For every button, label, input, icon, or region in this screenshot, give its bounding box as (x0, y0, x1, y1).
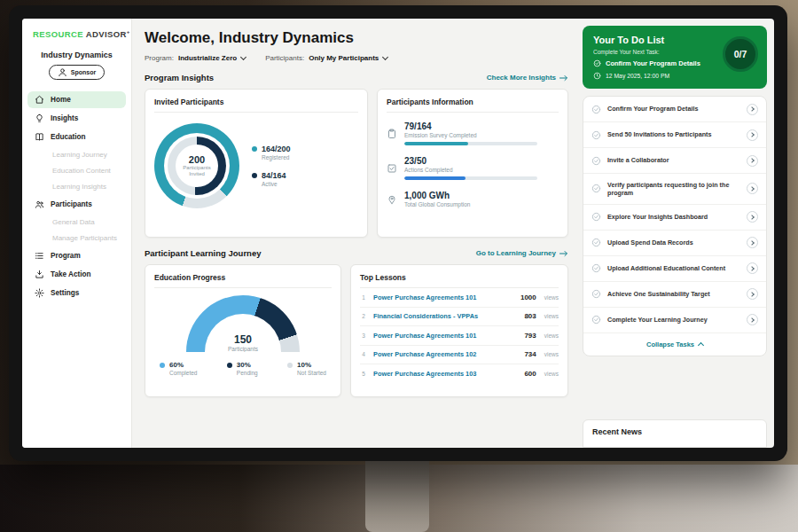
sidebar-item-education-content[interactable]: Education Content (27, 163, 126, 178)
task-row[interactable]: Invite a Collaborator (583, 148, 766, 174)
sidebar-item-learning-journey[interactable]: Learning Journey (27, 147, 126, 162)
chevron-right-icon[interactable] (747, 129, 758, 141)
check-more-insights-link[interactable]: Check More Insights (487, 74, 568, 82)
chevron-right-icon[interactable] (747, 262, 758, 274)
stat-actions-completed: 23/50 Actions Completed (387, 156, 559, 180)
legend-dot (160, 363, 165, 368)
lesson-link[interactable]: Power Purchase Agreements 101 (373, 332, 518, 340)
chevron-down-icon (240, 53, 246, 59)
go-to-learning-journey-link[interactable]: Go to Learning Journey (476, 249, 568, 257)
main-content: Welcome, Industry Dynamics Program: Indu… (132, 19, 575, 448)
participants-filter-value: Only My Participants (309, 54, 379, 62)
circle-check-icon (591, 156, 601, 166)
check-circle-icon (593, 59, 601, 67)
sidebar-item-general-data[interactable]: General Data (27, 215, 126, 230)
arrow-right-icon (559, 250, 568, 257)
lesson-row: 4 Power Purchase Agreements 102 734 view… (360, 346, 559, 365)
stat-emission-survey: 79/164 Emission Survey Completed (387, 121, 559, 145)
sidebar-item-insights[interactable]: Insights (27, 110, 126, 127)
task-list: Confirm Your Program Details Send 50 Inv… (583, 96, 767, 356)
education-gauge-chart: 150 Participants (186, 295, 300, 352)
invited-participants-card: Invited Participants 200 Participants In… (145, 89, 368, 238)
legend-active: 84/164 Active (252, 171, 291, 187)
gauge-center-value: 150 (186, 333, 300, 346)
collapse-tasks-link[interactable]: Collapse Tasks (583, 333, 766, 356)
lesson-row: 5 Power Purchase Agreements 103 600 view… (360, 364, 559, 384)
chevron-right-icon[interactable] (747, 288, 758, 300)
gauge-center-label: Participants (186, 346, 300, 352)
sidebar-item-participants[interactable]: Participants (27, 196, 126, 213)
sidebar-item-label: Learning Insights (52, 183, 106, 191)
lesson-row: 1 Power Purchase Agreements 101 1000 vie… (360, 288, 559, 308)
sidebar-item-home[interactable]: Home (27, 91, 126, 108)
task-row[interactable]: Achieve One Sustainability Target (583, 282, 766, 308)
education-progress-card: Education Progress 150 Participants (145, 264, 341, 397)
chevron-right-icon[interactable] (747, 211, 758, 223)
task-row[interactable]: Upload Spend Data Records (583, 231, 766, 256)
lesson-link[interactable]: Power Purchase Agreements 102 (373, 350, 518, 358)
recent-news-title: Recent News (592, 427, 757, 436)
sponsor-label: Sponsor (71, 69, 96, 75)
sidebar-item-take-action[interactable]: Take Action (27, 266, 126, 283)
chevron-right-icon[interactable] (747, 155, 758, 167)
people-icon (35, 200, 44, 209)
task-row[interactable]: Confirm Your Program Details (583, 97, 766, 122)
info-card-title: Participants Information (387, 98, 559, 113)
sidebar-item-label: Education Content (52, 167, 111, 175)
task-row[interactable]: Upload Additional Educational Content (583, 256, 766, 282)
sidebar-item-label: Take Action (51, 270, 91, 278)
sidebar-item-learning-insights[interactable]: Learning Insights (27, 179, 126, 194)
legend-pending: 30% Pending (227, 361, 258, 376)
chevron-right-icon[interactable] (747, 183, 758, 194)
sidebar-item-label: Settings (51, 289, 79, 297)
program-filter-dropdown[interactable]: Program: Industrialize Zero (145, 54, 246, 62)
sidebar-item-label: Education (51, 133, 86, 141)
book-icon (35, 132, 44, 142)
circle-check-icon (591, 184, 601, 193)
logo-resource: RESOURCE (33, 29, 83, 39)
sidebar-item-label: Manage Participants (52, 234, 117, 242)
gear-icon (35, 288, 44, 298)
lesson-link[interactable]: Financial Considerations - VPPAs (373, 312, 518, 320)
todo-panel: Your To Do List 0/7 Complete Your Next T… (575, 19, 774, 448)
circle-check-icon (591, 238, 601, 247)
task-row[interactable]: Explore Your Insights Dashboard (583, 205, 766, 231)
participants-filter-dropdown[interactable]: Participants: Only My Participants (265, 54, 387, 62)
emission-progress-bar (404, 142, 537, 145)
action-icon (35, 270, 44, 279)
logo-plus: + (127, 29, 130, 35)
sidebar: RESOURCE ADVISOR+ Industry Dynamics Spon… (22, 19, 132, 448)
todo-next-task: Confirm Your Program Details (593, 59, 726, 67)
task-row[interactable]: Complete Your Learning Journey (583, 308, 766, 333)
filters-bar: Program: Industrialize Zero Participants… (145, 54, 568, 62)
circle-check-icon (591, 315, 601, 325)
stat-global-consumption: 1,000 GWh Total Global Consumption (387, 191, 559, 207)
chevron-right-icon[interactable] (747, 237, 758, 248)
circle-check-icon (591, 289, 601, 299)
sidebar-item-education[interactable]: Education (27, 129, 126, 145)
home-icon (35, 95, 44, 105)
legend-not-started: 10% Not Started (287, 361, 326, 376)
chevron-right-icon[interactable] (747, 104, 758, 115)
sidebar-item-manage-participants[interactable]: Manage Participants (27, 231, 126, 246)
program-filter-value: Industrialize Zero (178, 54, 237, 62)
circle-check-icon (591, 263, 601, 273)
task-row[interactable]: Verify participants requesting to join t… (583, 174, 766, 205)
lesson-row: 2 Financial Considerations - VPPAs 803 v… (360, 308, 559, 327)
app-logo: RESOURCE ADVISOR+ (22, 29, 131, 39)
circle-check-icon (591, 212, 601, 222)
lesson-link[interactable]: Power Purchase Agreements 103 (373, 370, 518, 378)
invited-card-title: Invited Participants (154, 98, 358, 113)
program-insights-title: Program Insights (145, 73, 214, 82)
lesson-link[interactable]: Power Purchase Agreements 101 (373, 293, 514, 301)
sidebar-item-program[interactable]: Program (27, 247, 126, 264)
chevron-right-icon[interactable] (747, 314, 758, 325)
legend-dot (252, 173, 257, 178)
list-icon (35, 251, 44, 261)
sidebar-item-label: Home (51, 96, 71, 104)
clock-icon (593, 72, 601, 80)
task-row[interactable]: Send 50 Invitations to Participants (583, 122, 766, 148)
sidebar-item-label: Program (51, 252, 81, 260)
sidebar-item-settings[interactable]: Settings (27, 285, 126, 301)
legend-completed: 60% Completed (160, 361, 197, 376)
